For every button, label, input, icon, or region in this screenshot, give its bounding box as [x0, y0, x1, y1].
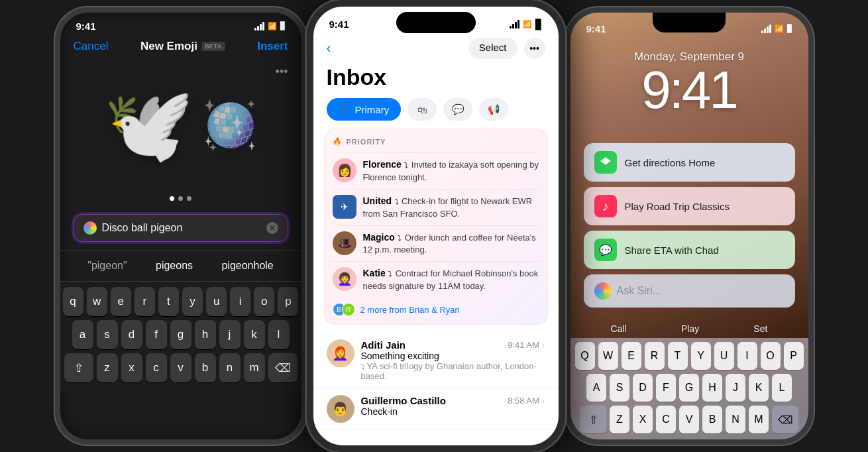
- more-from-text: 2 more from Brian & Ryan: [360, 305, 460, 315]
- quick-action-play[interactable]: Play: [681, 323, 699, 334]
- music-label: Play Road Trip Classics: [625, 201, 730, 212]
- tab-shopping[interactable]: 🛍: [407, 98, 437, 121]
- key3-V[interactable]: V: [679, 406, 699, 433]
- key3-M[interactable]: M: [749, 406, 769, 433]
- siri-placeholder: Ask Siri...: [617, 285, 662, 297]
- key3-K[interactable]: K: [749, 374, 769, 402]
- key3-delete[interactable]: ⌫: [772, 406, 798, 433]
- key3-J[interactable]: J: [726, 374, 745, 402]
- key3-P[interactable]: P: [784, 342, 804, 370]
- more-from-row[interactable]: B R 2 more from Brian & Ryan: [333, 303, 539, 316]
- key-o[interactable]: o: [254, 287, 274, 316]
- key-i[interactable]: i: [230, 287, 250, 316]
- more-options-button[interactable]: •••: [524, 38, 545, 59]
- key-e[interactable]: e: [111, 287, 131, 316]
- key3-H[interactable]: H: [702, 374, 722, 402]
- priority-item-united[interactable]: ✈ United ⤵ Check-in for flight to Newark…: [333, 189, 539, 225]
- phone1-header: Cancel New Emoji BETA Insert: [60, 34, 301, 58]
- key-w[interactable]: w: [87, 287, 107, 316]
- key-j[interactable]: j: [219, 320, 241, 349]
- key-v[interactable]: v: [170, 353, 191, 382]
- key3-B[interactable]: B: [702, 406, 722, 433]
- key-p[interactable]: p: [278, 287, 298, 316]
- key3-R[interactable]: R: [645, 342, 665, 370]
- siri-input[interactable]: Ask Siri...: [584, 274, 795, 308]
- select-button[interactable]: Select: [468, 38, 517, 59]
- key3-Z[interactable]: Z: [610, 406, 629, 433]
- key-g[interactable]: g: [170, 320, 191, 349]
- siri-music-btn[interactable]: ♪ Play Road Trip Classics: [584, 187, 795, 225]
- insert-button[interactable]: Insert: [257, 40, 288, 53]
- key3-O[interactable]: O: [761, 342, 781, 370]
- cancel-button[interactable]: Cancel: [74, 40, 109, 53]
- key-shift[interactable]: ⇧: [64, 353, 93, 382]
- key3-Y[interactable]: Y: [691, 342, 711, 370]
- key-h[interactable]: h: [195, 320, 216, 349]
- emoji-search-input[interactable]: [102, 222, 261, 234]
- key3-D[interactable]: D: [633, 374, 653, 402]
- title-area: New Emoji BETA: [140, 40, 225, 53]
- beta-badge: BETA: [201, 42, 225, 51]
- clear-button[interactable]: ✕: [266, 222, 278, 234]
- key-s[interactable]: s: [97, 320, 118, 349]
- autocomplete-pigeons[interactable]: pigeons: [148, 257, 201, 274]
- key3-shift[interactable]: ⇧: [580, 406, 606, 433]
- tab-promotions[interactable]: 📢: [479, 98, 508, 121]
- siri-directions-btn[interactable]: Get directions Home: [584, 143, 795, 182]
- key3-T[interactable]: T: [668, 342, 688, 370]
- back-button[interactable]: ‹: [327, 40, 331, 57]
- key3-G[interactable]: G: [679, 374, 699, 402]
- wifi-icon: 📶: [268, 22, 277, 30]
- key3-Q[interactable]: Q: [575, 342, 595, 370]
- keyboard3: Q W E R T Y U I O P A S D F G H J K L: [570, 338, 808, 441]
- key3-N[interactable]: N: [726, 406, 745, 433]
- phone3-lockscreen: 9:41 📶 ▊ Monday, September 9 9:41: [565, 7, 814, 445]
- quick-action-set[interactable]: Set: [753, 323, 767, 334]
- promotions-tab-icon: 📢: [488, 103, 500, 115]
- autocomplete-pigeonhole[interactable]: pigeonhole: [213, 257, 281, 274]
- key-m[interactable]: m: [244, 353, 265, 382]
- key-delete[interactable]: ⌫: [268, 353, 298, 382]
- wifi-icon-3: 📶: [775, 25, 784, 33]
- key-k[interactable]: k: [244, 320, 265, 349]
- key3-U[interactable]: U: [714, 342, 734, 370]
- siri-eta-btn[interactable]: 💬 Share ETA with Chad: [584, 231, 795, 269]
- priority-item-katie[interactable]: 👩‍🦱 Katie ⤵ Contract for Michael Robinso…: [333, 261, 539, 298]
- emoji-canvas: ••• 🕊️ 🪩: [60, 58, 301, 191]
- mail-row-guillermo[interactable]: 👨 Guillermo Castillo 8:58 AM › Check-in: [313, 388, 559, 430]
- key-b[interactable]: b: [195, 353, 216, 382]
- priority-item-florence[interactable]: 👩 Florence ⤵ Invited to izakaya soft ope…: [333, 152, 539, 189]
- key-r[interactable]: r: [135, 287, 155, 316]
- key-y[interactable]: y: [182, 287, 203, 316]
- quick-action-call[interactable]: Call: [611, 323, 627, 334]
- shopping-tab-icon: 🛍: [417, 104, 427, 115]
- autocomplete-pigeon-quoted[interactable]: "pigeon": [80, 257, 135, 274]
- key3-A[interactable]: A: [586, 374, 606, 402]
- key3-C[interactable]: C: [656, 406, 676, 433]
- key-t[interactable]: t: [158, 287, 179, 316]
- key3-E[interactable]: E: [622, 342, 641, 370]
- key-f[interactable]: f: [146, 320, 167, 349]
- key3-I[interactable]: I: [737, 342, 757, 370]
- key-z[interactable]: z: [97, 353, 118, 382]
- key-u[interactable]: u: [206, 287, 227, 316]
- key-c[interactable]: c: [146, 353, 167, 382]
- florence-text: Florence ⤵ Invited to izakaya soft openi…: [363, 158, 539, 184]
- tab-primary[interactable]: 👤 Primary: [327, 98, 402, 121]
- key-a[interactable]: a: [72, 320, 93, 349]
- key3-S[interactable]: S: [610, 374, 629, 402]
- key3-X[interactable]: X: [633, 406, 653, 433]
- mail-row-aditi[interactable]: 👩‍🦰 Aditi Jain 9:41 AM › Something excit…: [313, 333, 559, 388]
- more-options-icon[interactable]: •••: [276, 65, 288, 79]
- key-l[interactable]: l: [268, 320, 290, 349]
- key-n[interactable]: n: [219, 353, 241, 382]
- key3-W[interactable]: W: [598, 342, 618, 370]
- key-d[interactable]: d: [121, 320, 142, 349]
- key-x[interactable]: x: [121, 353, 142, 382]
- tab-chat[interactable]: 💬: [443, 98, 472, 121]
- phone1-status-bar: 9:41 📶 ▊: [60, 13, 301, 34]
- key3-L[interactable]: L: [772, 374, 792, 402]
- priority-item-magico[interactable]: 🎩 Magico ⤵ Order lunch and coffee for Ne…: [333, 225, 539, 262]
- key3-F[interactable]: F: [656, 374, 676, 402]
- key-q[interactable]: q: [63, 287, 83, 316]
